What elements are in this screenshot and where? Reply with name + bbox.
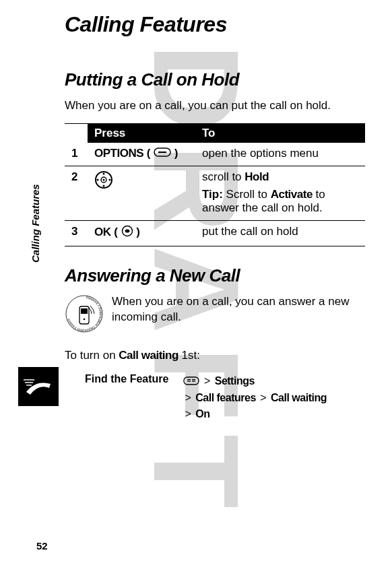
to-cell: put the call on hold [195,221,365,246]
nav-call-waiting: Call waiting [271,392,327,403]
svg-rect-19 [184,377,199,385]
activate-label: Activate [271,188,313,201]
svg-rect-17 [81,308,88,314]
turn-on-text: To turn on Call waiting 1st: [65,348,365,364]
to-cell: open the options menu [195,143,365,166]
table-row: 2 scroll t [65,166,365,221]
section-answer-heading: Answering a New Call [65,265,365,286]
table-row: 3 OK ( ) put the call on hold [65,221,365,246]
tip-label: Tip: [202,188,223,201]
svg-rect-21 [187,381,191,382]
press-cell [88,166,195,221]
step-number: 2 [65,166,88,221]
step-number: 3 [65,221,88,246]
col-to: To [195,123,365,143]
svg-rect-23 [192,381,195,382]
step-number: 1 [65,143,88,166]
page-number: 52 [36,540,48,552]
svg-rect-20 [187,379,191,380]
find-feature-label: Find the Feature [65,373,168,422]
nav-call-features: Call features [195,392,256,403]
nav-settings: Settings [215,375,255,387]
to-cell: scroll to Hold Tip: Scroll to Activate t… [195,166,365,221]
hold-steps-table: Press To 1 OPTIONS ( ) open the options … [65,123,365,247]
page-title: Calling Features [65,12,365,37]
table-row: 1 OPTIONS ( ) open the options menu [65,143,365,166]
svg-point-13 [125,230,129,233]
menu-path: > Settings > Call features > Call waitin… [183,373,327,422]
press-cell: OPTIONS ( ) [88,143,195,166]
section-answer-intro: When you are on a call, you can answer a… [112,294,365,336]
softkey-icon [154,147,171,160]
nav-wheel-icon [94,170,113,193]
hold-label: Hold [244,170,269,183]
svg-point-10 [97,179,99,181]
options-key-label: OPTIONS [94,147,143,160]
svg-point-7 [103,179,105,181]
svg-rect-22 [192,379,195,380]
svg-point-9 [103,185,105,187]
svg-point-11 [109,179,111,181]
svg-point-8 [103,173,105,175]
call-waiting-label: Call waiting [119,349,178,362]
network-dependent-icon: Network / Subscription Dependent Feature [65,294,104,336]
section-hold-intro: When you are on a call, you can put the … [65,98,365,114]
nav-on: On [195,408,209,420]
svg-point-18 [84,319,86,321]
menu-key-icon [183,374,199,390]
section-hold-heading: Putting a Call on Hold [65,69,365,90]
col-press: Press [88,123,195,143]
ok-key-label: OK [94,226,111,238]
center-key-icon [121,225,133,240]
press-cell: OK ( ) [88,221,195,246]
